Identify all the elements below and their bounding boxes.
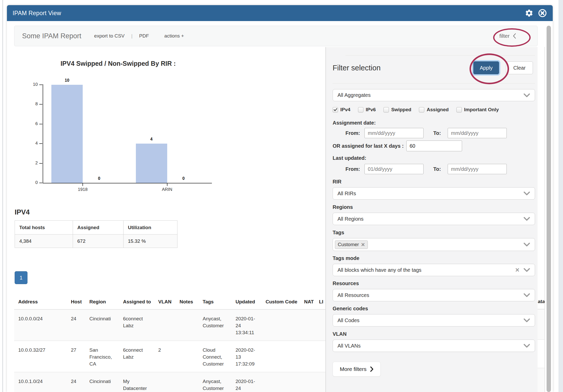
filter-toggle-link[interactable]: filter <box>499 33 516 39</box>
chart-y-tick-label: 8 <box>24 101 38 107</box>
regions-selected-value: All Regions <box>337 216 363 222</box>
vlan-selected-value: All VLANs <box>337 343 361 349</box>
generic-codes-selected-value: All Codes <box>337 318 360 323</box>
table-row[interactable]: 10.0.0.32/27 27 San Francisco, CA 6conne… <box>14 341 325 372</box>
table-row[interactable]: 10.0.0.0/24 24 Cincinnati 6connect Labz … <box>14 310 325 341</box>
cell-address[interactable]: 10.0.0.32/27 <box>14 341 67 372</box>
generic-codes-select[interactable]: All Codes <box>333 314 535 326</box>
cell-li <box>315 341 325 372</box>
table-header-row: Address Host Region Assigned to VLAN Not… <box>14 295 325 310</box>
chart-y-tick-label: 10 <box>24 82 38 87</box>
ip-records-table: Address Host Region Assigned to VLAN Not… <box>14 295 325 392</box>
assignment-date-from-input[interactable] <box>364 128 424 138</box>
resources-selected-value: All Resources <box>337 292 369 298</box>
col-custom-code[interactable]: Custom Code <box>261 295 300 310</box>
chart-y-tick-label: 0 <box>24 180 38 185</box>
vertical-scrollbar-thumb[interactable] <box>547 26 551 392</box>
apply-button[interactable]: Apply <box>473 61 499 74</box>
toolbar-separator: | <box>131 33 133 39</box>
tags-multiselect[interactable]: Customer ✕ <box>333 238 535 251</box>
more-filters-button[interactable]: More filters <box>333 362 381 377</box>
more-filters-label: More filters <box>340 366 367 372</box>
cell-tags: Cloud Connect, Customer <box>199 341 231 372</box>
regions-label: Regions <box>333 204 535 210</box>
col-address[interactable]: Address <box>14 295 67 310</box>
vlan-select[interactable]: All VLANs <box>333 340 535 352</box>
clear-button[interactable]: Clear <box>506 61 533 74</box>
resources-select[interactable]: All Resources <box>333 289 535 301</box>
table-overflow-sliver: ata <box>538 47 545 392</box>
actions-menu-link[interactable]: actions + <box>164 33 184 39</box>
close-window-icon[interactable] <box>538 8 547 18</box>
regions-select[interactable]: All Regions <box>333 213 535 225</box>
chart-y-tick-label: 6 <box>24 121 38 126</box>
filter-toggle-label: filter <box>499 33 510 39</box>
col-updated[interactable]: Updated <box>231 295 261 310</box>
summary-assigned-value: 672 <box>73 235 124 248</box>
aggregates-select[interactable]: All Aggregates <box>333 89 535 101</box>
col-host[interactable]: Host <box>67 295 85 310</box>
checkbox-assigned[interactable]: Assigned <box>419 107 449 113</box>
tags-mode-label: Tags mode <box>333 256 535 261</box>
cell-nat <box>300 372 315 392</box>
clear-selection-icon[interactable]: × <box>515 267 519 273</box>
chart-y-axis <box>43 84 43 183</box>
chart-bar-value-label: 0 <box>83 176 115 181</box>
cell-vlan <box>154 372 175 392</box>
cell-notes <box>175 341 199 372</box>
protocol-checkbox-row: IPv4 IPv6 Swipped Assigned <box>333 107 535 113</box>
tags-mode-selected-value: All blocks which have any of the tags <box>337 267 421 273</box>
tags-mode-select[interactable]: All blocks which have any of the tags × <box>333 264 535 276</box>
summary-col-assigned: Assigned <box>73 221 124 235</box>
chart-x-tick <box>167 183 167 186</box>
cell-address[interactable]: 10.0.0.0/24 <box>14 310 67 341</box>
aggregates-selected-value: All Aggregates <box>337 92 371 98</box>
page-left-border <box>2 0 3 392</box>
col-notes[interactable]: Notes <box>175 295 199 310</box>
chart-y-tick <box>39 143 42 144</box>
cell-region: Cincinnati <box>85 372 119 392</box>
tag-chip-customer[interactable]: Customer ✕ <box>335 240 368 249</box>
export-csv-link[interactable]: export to CSV <box>94 33 125 39</box>
checkbox-ipv4[interactable]: IPv4 <box>333 107 350 113</box>
rir-select[interactable]: All RIRs <box>333 187 535 200</box>
checkbox-box <box>383 107 389 113</box>
checkbox-box <box>419 107 424 113</box>
pagination-page-1-button[interactable]: 1 <box>15 271 27 284</box>
assignment-date-to-input[interactable] <box>448 128 507 138</box>
window-body: Some IPAM Report export to CSV | PDF act… <box>7 21 553 392</box>
export-pdf-link[interactable]: PDF <box>139 33 149 39</box>
settings-gear-icon[interactable] <box>524 8 534 18</box>
resources-label: Resources <box>333 281 535 286</box>
chevron-right-icon <box>370 366 373 372</box>
cell-host: 27 <box>67 341 85 372</box>
checkbox-label: Assigned <box>427 107 449 113</box>
chart-x-tick <box>82 183 83 186</box>
checkbox-swipped[interactable]: Swipped <box>383 107 411 113</box>
last-updated-to-input[interactable] <box>448 164 507 174</box>
col-li-clipped[interactable]: LI <box>315 295 325 310</box>
last-updated-from-input[interactable] <box>364 164 424 174</box>
checkbox-ipv6[interactable]: IPv6 <box>358 107 376 113</box>
cell-address[interactable]: 10.0.1.0/24 <box>14 372 67 392</box>
from-label: From: <box>345 166 361 172</box>
last-x-days-input[interactable] <box>406 141 462 151</box>
vertical-scrollbar-track[interactable] <box>545 21 553 392</box>
col-region[interactable]: Region <box>85 295 119 310</box>
chart-bar-value-label: 0 <box>168 176 199 181</box>
chevron-down-icon <box>523 268 530 272</box>
chart-y-tick-label: 2 <box>24 161 38 166</box>
col-vlan[interactable]: VLAN <box>154 295 175 310</box>
cell-host: 24 <box>67 310 85 341</box>
chart-x-axis <box>43 183 212 183</box>
checkbox-important-only[interactable]: Important Only <box>456 107 499 113</box>
chart-y-tick <box>39 85 42 85</box>
col-assigned-to[interactable]: Assigned to <box>119 295 154 310</box>
col-tags[interactable]: Tags <box>199 295 231 310</box>
remove-tag-icon[interactable]: ✕ <box>361 242 365 248</box>
table-row[interactable]: 10.0.1.0/24 24 Cincinnati My Datacenter … <box>14 372 325 392</box>
chevron-down-icon <box>523 242 530 247</box>
chart-y-tick <box>39 124 42 124</box>
summary-col-utilization: Utilization <box>124 221 177 235</box>
col-nat[interactable]: NAT <box>300 295 315 310</box>
